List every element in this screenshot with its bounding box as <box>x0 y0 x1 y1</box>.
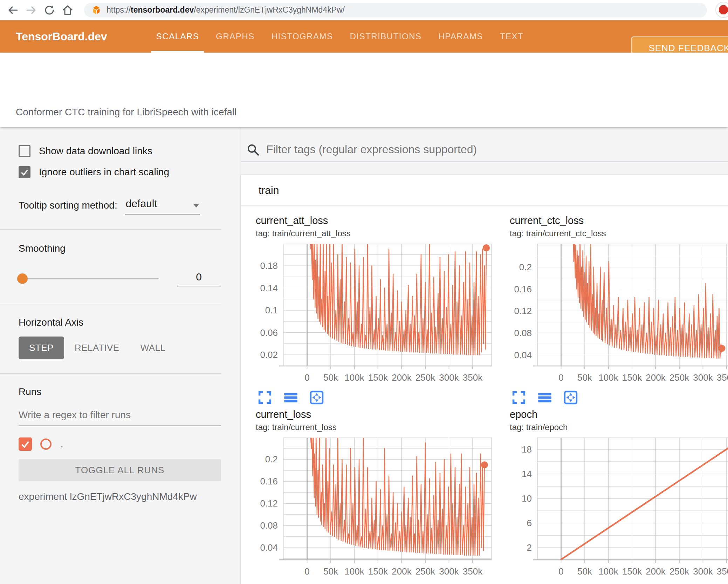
svg-text:100k: 100k <box>344 566 364 577</box>
svg-text:0.1: 0.1 <box>265 305 278 315</box>
svg-text:14: 14 <box>522 469 532 479</box>
show-download-links-label: Show data download links <box>39 145 152 157</box>
chart-title: current_loss <box>247 409 492 420</box>
tag-filter-input[interactable] <box>266 143 728 156</box>
run-color-swatch[interactable] <box>40 439 51 450</box>
tab-scalars[interactable]: SCALARS <box>148 20 208 53</box>
url-domain: tensorboard.dev <box>131 5 194 15</box>
app-header: TensorBoard.dev SCALARS GRAPHS HISTOGRAM… <box>0 20 728 53</box>
smoothing-slider[interactable] <box>19 278 159 279</box>
address-bar[interactable]: https://tensorboard.dev/experiment/lzGnE… <box>84 3 707 18</box>
tab-hparams[interactable]: HPARAMS <box>430 20 491 53</box>
smoothing-slider-row: 0 <box>19 271 221 286</box>
fullscreen-icon[interactable] <box>257 390 273 405</box>
svg-text:18: 18 <box>522 444 532 455</box>
experiment-description: Conformer CTC training for LibriSpeech w… <box>16 107 236 118</box>
url-scheme: https:// <box>107 5 131 15</box>
extension-icon[interactable] <box>715 2 728 18</box>
tooltip-sorting-value: default <box>126 198 157 210</box>
svg-text:250k: 250k <box>669 566 689 577</box>
tab-histograms[interactable]: HISTOGRAMS <box>263 20 342 53</box>
tooltip-sorting-label: Tooltip sorting method: <box>19 198 117 211</box>
svg-text:0.18: 0.18 <box>260 260 278 271</box>
checkmark-icon <box>20 439 30 449</box>
svg-text:350k: 350k <box>717 372 728 383</box>
chart-tag: tag: train/current_ctc_loss <box>501 229 728 238</box>
run-name: . <box>61 439 63 450</box>
svg-text:0.16: 0.16 <box>260 476 278 487</box>
scalar-line-chart[interactable]: 0.020.060.10.140.18050k100k150k200k250k3… <box>247 243 492 384</box>
horizontal-lines-icon[interactable] <box>283 390 298 405</box>
tooltip-sorting-row: Tooltip sorting method: default <box>19 198 221 215</box>
app-logo[interactable]: TensorBoard.dev <box>16 30 107 43</box>
chart-title: epoch <box>501 409 728 420</box>
svg-text:50k: 50k <box>323 566 338 577</box>
reload-icon[interactable] <box>43 4 55 16</box>
scalar-line-chart[interactable]: 0.040.080.120.160.2050k100k150k200k250k3… <box>247 436 492 578</box>
fit-domain-icon[interactable] <box>563 390 578 405</box>
scalar-line-chart[interactable]: 26101418050k100k150k200k250k300k350k <box>501 436 728 578</box>
tab-graphs[interactable]: GRAPHS <box>207 20 263 53</box>
show-download-links-checkbox[interactable] <box>19 145 30 157</box>
ignore-outliers-row: Ignore outliers in chart scaling <box>19 164 221 180</box>
ignore-outliers-checkbox[interactable] <box>19 166 30 178</box>
svg-text:50k: 50k <box>577 372 592 383</box>
url-path: /experiment/lzGnETjwRxC3yghNMd4kPw/ <box>194 5 345 15</box>
runs-filter-input[interactable] <box>19 409 221 426</box>
svg-text:350k: 350k <box>463 372 483 383</box>
svg-text:50k: 50k <box>323 372 338 383</box>
horizontal-axis-options: STEP RELATIVE WALL <box>19 337 221 359</box>
svg-text:10: 10 <box>522 493 532 504</box>
home-icon[interactable] <box>62 4 74 16</box>
svg-text:200k: 200k <box>392 372 412 383</box>
svg-text:0.2: 0.2 <box>265 454 278 464</box>
svg-text:50k: 50k <box>577 566 592 577</box>
fullscreen-icon[interactable] <box>511 390 527 405</box>
forward-icon[interactable] <box>25 4 37 16</box>
train-group-card: train current_att_losstag: train/current… <box>241 175 728 584</box>
chart-card: epochtag: train/epoch26101418050k100k150… <box>501 409 728 584</box>
ignore-outliers-label: Ignore outliers in chart scaling <box>39 167 169 178</box>
fit-domain-icon[interactable] <box>309 390 324 405</box>
charts-grid: current_att_losstag: train/current_att_l… <box>241 206 728 584</box>
svg-text:150k: 150k <box>368 566 388 577</box>
svg-text:0.16: 0.16 <box>514 284 532 294</box>
svg-text:250k: 250k <box>669 372 689 383</box>
svg-text:100k: 100k <box>598 372 618 383</box>
tab-text[interactable]: TEXT <box>492 20 532 53</box>
tooltip-sorting-select[interactable]: default <box>125 198 200 215</box>
svg-text:0: 0 <box>304 566 309 577</box>
svg-text:300k: 300k <box>693 372 713 383</box>
svg-text:0.12: 0.12 <box>260 498 278 509</box>
main-panel: train current_att_losstag: train/current… <box>241 127 728 584</box>
smoothing-value[interactable]: 0 <box>177 271 221 286</box>
toggle-all-runs-button[interactable]: TOGGLE ALL RUNS <box>19 459 221 481</box>
axis-relative-button[interactable]: RELATIVE <box>64 337 130 359</box>
svg-text:250k: 250k <box>415 372 435 383</box>
run-checkbox[interactable] <box>19 437 32 451</box>
tab-distributions[interactable]: DISTRIBUTIONS <box>342 20 430 53</box>
chart-toolbar <box>501 390 728 405</box>
horizontal-lines-icon[interactable] <box>537 390 552 405</box>
svg-text:300k: 300k <box>693 566 713 577</box>
chart-title: current_att_loss <box>247 215 492 226</box>
chevron-down-icon <box>193 204 199 208</box>
svg-text:100k: 100k <box>344 372 364 383</box>
svg-text:250k: 250k <box>415 566 435 577</box>
svg-text:2: 2 <box>527 542 532 553</box>
chart-title: current_ctc_loss <box>501 215 728 226</box>
smoothing-slider-knob[interactable] <box>17 273 28 284</box>
svg-text:300k: 300k <box>439 372 459 383</box>
svg-text:0: 0 <box>558 566 563 577</box>
group-header-train[interactable]: train <box>241 175 728 206</box>
svg-text:200k: 200k <box>646 566 666 577</box>
experiment-id-label: experiment lzGnETjwRxC3yghNMd4kPw <box>19 491 221 502</box>
svg-text:0.04: 0.04 <box>514 350 532 360</box>
chart-tag: tag: train/epoch <box>501 422 728 432</box>
scalar-line-chart[interactable]: 0.040.080.120.160.2050k100k150k200k250k3… <box>501 243 728 384</box>
axis-step-button[interactable]: STEP <box>19 337 64 359</box>
svg-text:0.2: 0.2 <box>519 262 532 272</box>
svg-text:100k: 100k <box>598 566 618 577</box>
back-icon[interactable] <box>7 4 19 16</box>
axis-wall-button[interactable]: WALL <box>130 337 176 359</box>
